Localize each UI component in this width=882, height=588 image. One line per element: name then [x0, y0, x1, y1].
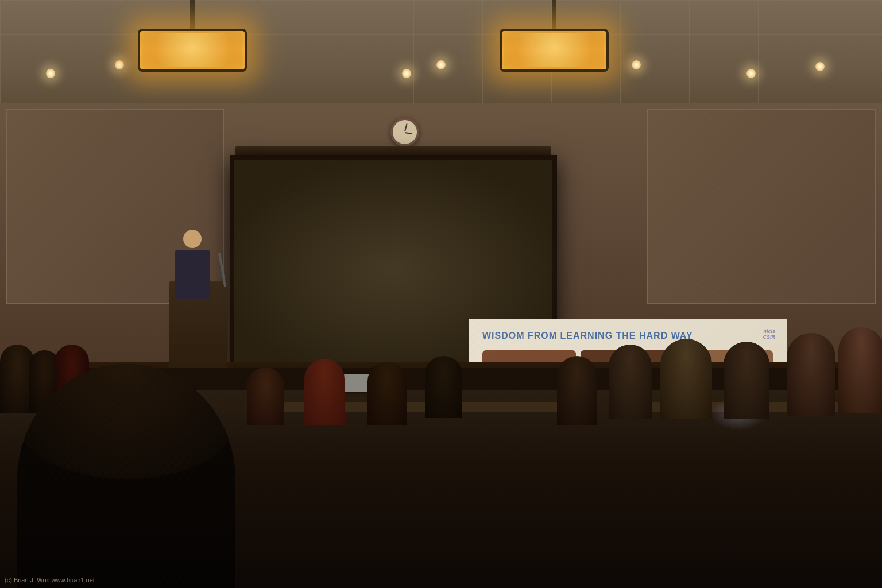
- audience-person-right-6: [838, 327, 882, 413]
- copyright-text: (c) Brian J. Won www.brian1.net: [5, 577, 95, 583]
- recessed-light-3: [402, 69, 411, 78]
- logo-text: nicis: [763, 328, 775, 334]
- audience-person-right-5: [787, 333, 835, 416]
- ceiling: [0, 0, 882, 115]
- audience-person-right-3: [660, 339, 712, 419]
- presenter-body: [175, 250, 210, 299]
- recessed-light-5: [632, 60, 641, 69]
- audience-person-mid-3: [368, 362, 407, 425]
- wall-clock: [390, 118, 419, 146]
- presenter: [175, 230, 210, 299]
- presenter-head: [183, 230, 202, 248]
- ceiling-tiles: [0, 0, 882, 103]
- audience-person-right-1: [557, 356, 597, 425]
- foreground-person-highlight: [17, 364, 235, 479]
- audience-person-mid-2: [304, 359, 345, 425]
- audience-person-right-2: [609, 345, 652, 419]
- logo-sub-text: CSIR: [763, 334, 775, 340]
- audience-person-right-4: [724, 342, 769, 419]
- recessed-light-6: [746, 69, 756, 78]
- recessed-light-2: [115, 60, 124, 69]
- recessed-light-4: [436, 60, 446, 69]
- recessed-light-1: [46, 69, 55, 78]
- pendant-light-left: [138, 0, 247, 72]
- slide-title: WISDOM FROM LEARNING THE HARD WAY: [482, 331, 773, 341]
- pendant-light-right: [500, 0, 609, 72]
- nicis-logo: nicis CSIR: [763, 328, 775, 340]
- table-center: [247, 402, 591, 412]
- screen-frame: WISDOM FROM LEARNING THE HARD WAY nicis …: [230, 155, 557, 368]
- wall-panel-right: [647, 109, 876, 304]
- audience-person-mid-4: [425, 356, 462, 418]
- audience-person-mid-1: [247, 368, 284, 425]
- recessed-light-7: [815, 62, 825, 71]
- foreground-person: [17, 364, 235, 588]
